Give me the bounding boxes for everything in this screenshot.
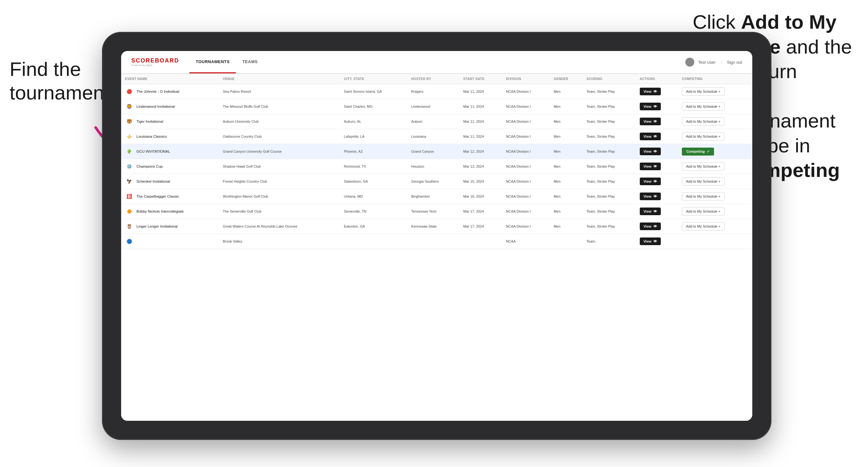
table-row: ⚜️ Louisiana Classics Oakbourne Country …: [121, 129, 752, 144]
sign-out-link[interactable]: Sign out: [727, 60, 742, 65]
logo-area: SCOREBOARD Powered by clippd: [131, 58, 179, 67]
add-schedule-label: Add to My Schedule +: [686, 120, 720, 123]
add-to-schedule-button[interactable]: Add to My Schedule +: [682, 87, 724, 96]
competing-cell: Add to My Schedule +: [678, 174, 752, 189]
start-date-cell: [459, 234, 502, 249]
division-cell: NCAA: [502, 234, 550, 249]
view-button[interactable]: View 👁: [640, 88, 661, 95]
gender-cell: Men: [550, 99, 583, 114]
city-state-cell: Eatonton, GA: [340, 219, 407, 234]
competing-button[interactable]: Competing ✓: [682, 148, 714, 156]
add-to-schedule-button[interactable]: Add to My Schedule +: [682, 222, 724, 230]
view-button[interactable]: View 👁: [640, 133, 661, 140]
tab-teams[interactable]: TEAMS: [236, 51, 264, 73]
city-state-cell: Saint Simons Island, GA: [340, 84, 407, 99]
add-to-schedule-button[interactable]: Add to My Schedule +: [682, 192, 724, 200]
col-hosted-by: HOSTED BY: [407, 74, 459, 84]
actions-cell: View 👁: [636, 174, 678, 189]
table-container: EVENT NAME VENUE CITY, STATE HOSTED BY S…: [121, 74, 752, 421]
col-actions: ACTIONS: [636, 74, 678, 84]
division-cell: NCAA Division I: [502, 114, 550, 129]
scoring-cell: Team, Stroke Play: [583, 129, 636, 144]
venue-cell: Worthington Manor Golf Club: [219, 189, 340, 204]
actions-cell: View 👁: [636, 189, 678, 204]
division-cell: NCAA Division I: [502, 84, 550, 99]
actions-cell: View 👁: [636, 234, 678, 249]
event-name-cell: 🦁 Lindenwood Invitational: [121, 99, 219, 114]
app-logo-text: SCOREBOARD: [131, 58, 179, 63]
add-to-schedule-button[interactable]: Add to My Schedule +: [682, 177, 724, 186]
add-schedule-label: Add to My Schedule +: [686, 194, 720, 198]
view-button[interactable]: View 👁: [640, 178, 661, 185]
start-date-cell: Mar 15, 2024: [459, 174, 502, 189]
eye-icon: 👁: [653, 90, 657, 93]
scoring-cell: Team, Stroke Play: [583, 144, 636, 159]
tablet-frame: SCOREBOARD Powered by clippd TOURNAMENTS…: [102, 32, 771, 440]
venue-cell: Forest Heights Country Club: [219, 174, 340, 189]
start-date-cell: Mar 11, 2024: [459, 129, 502, 144]
view-button[interactable]: View 👁: [640, 148, 661, 155]
tournaments-table: EVENT NAME VENUE CITY, STATE HOSTED BY S…: [121, 74, 752, 249]
hosted-by-cell: Lindenwood: [407, 99, 459, 114]
hosted-by-cell: Auburn: [407, 114, 459, 129]
tab-tournaments[interactable]: TOURNAMENTS: [189, 51, 236, 73]
view-button[interactable]: View 👁: [640, 118, 661, 125]
city-state-cell: Richmond, TX: [340, 159, 407, 174]
city-state-cell: Sevierville, TN: [340, 204, 407, 219]
event-name-cell: 🐯 Tiger Invitational: [121, 114, 219, 129]
gender-cell: Men: [550, 144, 583, 159]
eye-icon: 👁: [653, 164, 657, 168]
city-state-cell: Lafayette, LA: [340, 129, 407, 144]
scoring-cell: Team, Stroke Play: [583, 174, 636, 189]
hosted-by-cell: Binghamton: [407, 189, 459, 204]
view-button[interactable]: View 👁: [640, 192, 661, 200]
start-date-cell: Mar 17, 2024: [459, 204, 502, 219]
view-button[interactable]: View 👁: [640, 238, 661, 245]
gender-cell: Men: [550, 204, 583, 219]
division-cell: NCAA Division I: [502, 144, 550, 159]
actions-cell: View 👁: [636, 84, 678, 99]
start-date-cell: Mar 17, 2024: [459, 219, 502, 234]
view-button[interactable]: View 👁: [640, 162, 661, 170]
competing-label: Competing: [686, 150, 705, 153]
table-row: 🦁 Lindenwood Invitational The Missouri B…: [121, 99, 752, 114]
add-to-schedule-button[interactable]: Add to My Schedule +: [682, 132, 724, 141]
team-logo: 🔴: [125, 87, 133, 96]
event-name-text: Bobby Nichols Intercollegiate: [136, 210, 184, 213]
gender-cell: Men: [550, 219, 583, 234]
team-logo: 🔵: [125, 237, 133, 245]
venue-cell: Grand Canyon University Golf Course: [219, 144, 340, 159]
actions-cell: View 👁: [636, 204, 678, 219]
team-logo: 🅱️: [125, 192, 133, 200]
actions-cell: View 👁: [636, 144, 678, 159]
event-name-cell: 🅱️ The Carpetbagger Classic: [121, 189, 219, 204]
competing-cell: Add to My Schedule +: [678, 84, 752, 99]
table-header-row: EVENT NAME VENUE CITY, STATE HOSTED BY S…: [121, 74, 752, 84]
avatar: [685, 58, 694, 67]
venue-cell: Sea Palms Resort: [219, 84, 340, 99]
gender-cell: Men: [550, 159, 583, 174]
view-button[interactable]: View 👁: [640, 208, 661, 215]
eye-icon: 👁: [653, 210, 657, 213]
competing-cell: Add to My Schedule +: [678, 99, 752, 114]
city-state-cell: Auburn, AL: [340, 114, 407, 129]
col-scoring: SCORING: [583, 74, 636, 84]
add-to-schedule-button[interactable]: Add to My Schedule +: [682, 102, 724, 111]
table-row: 🔵 Brook ValleyNCAATeam, View 👁: [121, 234, 752, 249]
add-to-schedule-button[interactable]: Add to My Schedule +: [682, 162, 724, 170]
view-button[interactable]: View 👁: [640, 103, 661, 110]
user-label: Test User: [698, 60, 716, 65]
add-schedule-label: Add to My Schedule +: [686, 104, 720, 108]
add-to-schedule-button[interactable]: Add to My Schedule +: [682, 207, 724, 216]
event-name-text: The Carpetbagger Classic: [136, 194, 179, 198]
add-to-schedule-button[interactable]: Add to My Schedule +: [682, 117, 724, 126]
city-state-cell: Saint Charles, MO: [340, 99, 407, 114]
division-cell: NCAA Division I: [502, 174, 550, 189]
scoring-cell: Team, Stroke Play: [583, 189, 636, 204]
hosted-by-cell: Houston: [407, 159, 459, 174]
gender-cell: Men: [550, 174, 583, 189]
hosted-by-cell: Tennessee Tech: [407, 204, 459, 219]
event-name-text: The Johnnie - O Individual: [136, 90, 179, 93]
view-button[interactable]: View 👁: [640, 222, 661, 230]
city-state-cell: Statesboro, GA: [340, 174, 407, 189]
